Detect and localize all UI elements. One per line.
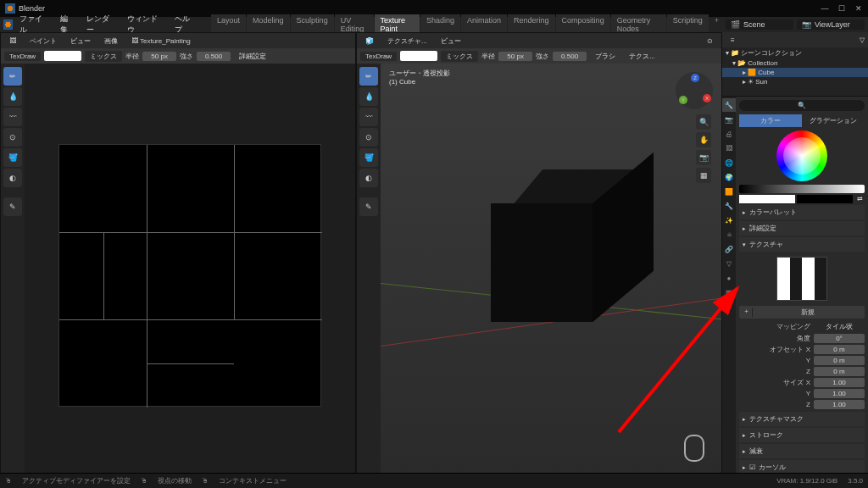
view-perspective-label: ユーザー・透視投影 (389, 69, 450, 78)
3d-view-menu[interactable]: ビュー (436, 35, 466, 47)
props-search[interactable]: 🔍 (739, 100, 865, 111)
ptab-object[interactable]: 🟧 (722, 185, 736, 198)
tool-soften[interactable]: 💧 (3, 87, 22, 106)
status-vram: VRAM: 1.9/12.0 GiB (776, 477, 837, 485)
panel-palette[interactable]: カラーパレット (739, 205, 865, 219)
minimize-button[interactable]: — (821, 4, 829, 13)
blender-icon[interactable] (3, 19, 13, 30)
nav-gizmo[interactable]: X Y Z (676, 72, 713, 109)
sizex-value[interactable]: 1.00 (814, 378, 865, 387)
new-texture-button[interactable]: +新規 (739, 306, 865, 319)
gradient-tab[interactable]: グラデーション (802, 114, 865, 127)
tool3d-clone[interactable]: ⊙ (359, 128, 378, 147)
3d-radius[interactable]: 50 px (498, 52, 532, 61)
ptab-render[interactable]: 📷 (722, 113, 736, 126)
tool3d-annotate[interactable]: ✎ (359, 197, 378, 216)
3d-mode[interactable]: テクスチャ... (382, 36, 432, 47)
outliner-sun[interactable]: ▸ ☀ Sun (722, 77, 868, 86)
tool-annotate[interactable]: ✎ (3, 197, 22, 216)
img-radius[interactable]: 50 px (142, 52, 176, 61)
swap-colors-icon[interactable]: ⇄ (854, 195, 865, 203)
maximize-button[interactable]: ☐ (837, 4, 846, 13)
3d-viewport[interactable]: ユーザー・透視投影 (1) Cube X Y Z 🔍 ✋ 📷 (381, 64, 721, 487)
mapping-value[interactable]: タイル状 (814, 321, 865, 332)
panel-texmask[interactable]: テクスチャマスク (739, 412, 865, 426)
outliner-filter-icon[interactable]: ▽ (860, 36, 865, 44)
move-view-icon[interactable]: ✋ (696, 132, 711, 147)
outliner-cube[interactable]: ▸ 🟧 Cube (722, 68, 868, 77)
offsety-value[interactable]: 0 m (814, 356, 865, 365)
outliner-collection[interactable]: ▾ 📂 Collection (722, 58, 868, 68)
3d-color-swatch[interactable] (400, 51, 437, 61)
color-tab[interactable]: カラー (739, 114, 802, 127)
angle-value[interactable]: 0° (814, 334, 865, 343)
color-wheel[interactable] (776, 130, 827, 181)
3d-tex-menu[interactable]: テクス... (624, 50, 660, 63)
sizey-label: Y (739, 390, 810, 397)
sizey-value[interactable]: 1.00 (814, 389, 865, 398)
status-view: 視点の移動 (158, 476, 192, 485)
tool-smear[interactable]: 〰 (3, 108, 22, 126)
3d-brush-menu[interactable]: ブラシ (590, 50, 620, 63)
ptab-world[interactable]: 🌍 (722, 170, 736, 184)
ptab-tool[interactable]: 🔧 (722, 98, 736, 112)
editor-type-3d[interactable]: 🧊 (360, 36, 379, 46)
img-image-menu[interactable]: 画像 (99, 35, 123, 47)
img-detail[interactable]: 詳細設定 (234, 50, 271, 63)
offsetz-value[interactable]: 0 m (814, 367, 865, 376)
3d-strength[interactable]: 0.500 (553, 52, 587, 61)
tool-clone[interactable]: ⊙ (3, 128, 22, 147)
viewlayer-selector[interactable]: 📷 ViewLayer (797, 19, 865, 30)
sizez-value[interactable]: 1.00 (814, 400, 865, 409)
img-strength[interactable]: 0.500 (197, 52, 231, 61)
ptab-texture[interactable]: ▦ (722, 286, 736, 299)
tool-draw[interactable]: ✏ (3, 67, 22, 86)
img-name-field[interactable]: 🖼 Texture_Painting (126, 36, 196, 46)
camera-view-icon[interactable]: 📷 (696, 150, 711, 165)
tool3d-fill[interactable]: 🪣 (359, 148, 378, 167)
3d-blend[interactable]: ミックス (441, 51, 478, 62)
ptab-data[interactable]: ▽ (722, 257, 736, 270)
mouse-hint-icon (684, 435, 704, 462)
panel-texture[interactable]: テクスチャ (739, 237, 865, 252)
editor-type-outliner[interactable]: ≡ (726, 36, 740, 45)
img-mode[interactable]: ペイント (25, 36, 62, 47)
zoom-icon[interactable]: 🔍 (696, 114, 711, 130)
secondary-color[interactable] (797, 195, 853, 203)
editor-type-image[interactable]: 🖼 (4, 36, 21, 46)
view-object-label: (1) Cube (389, 78, 450, 86)
ptab-physics[interactable]: ⚛ (722, 228, 736, 241)
texture-preview[interactable] (776, 257, 827, 301)
persp-toggle-icon[interactable]: ▦ (696, 168, 711, 183)
img-brush[interactable]: TexDraw (4, 52, 41, 61)
tool3d-mask[interactable]: ◐ (359, 169, 378, 187)
tool3d-draw[interactable]: ✏ (359, 67, 378, 86)
panel-detail[interactable]: 詳細設定 (739, 221, 865, 236)
ptab-particle[interactable]: ✨ (722, 214, 736, 227)
cube-object[interactable] (491, 195, 637, 341)
ptab-output[interactable]: 🖨 (722, 127, 736, 141)
tool-fill[interactable]: 🪣 (3, 148, 22, 167)
ptab-scene[interactable]: 🌐 (722, 156, 736, 169)
img-blend[interactable]: ミックス (85, 51, 122, 62)
tool3d-soften[interactable]: 💧 (359, 87, 378, 106)
img-view-menu[interactable]: ビュー (65, 35, 96, 47)
tool-mask[interactable]: ◐ (3, 169, 22, 187)
3d-shading[interactable]: ⊙ (702, 36, 718, 46)
panel-stroke[interactable]: ストローク (739, 428, 865, 442)
close-button[interactable]: ✕ (854, 4, 863, 13)
panel-falloff[interactable]: 減衰 (739, 444, 865, 458)
tool3d-smear[interactable]: 〰 (359, 108, 378, 126)
ptab-view[interactable]: 🖼 (722, 141, 736, 155)
scene-selector[interactable]: 🎬 Scene (726, 19, 793, 30)
ptab-constraint[interactable]: 🔗 (722, 242, 736, 256)
uv-viewport[interactable] (25, 64, 355, 487)
outliner-scene-collection[interactable]: ▾ 📁 シーンコレクション (722, 47, 868, 58)
primary-color[interactable] (739, 195, 795, 203)
ptab-modifier[interactable]: 🔧 (722, 199, 736, 213)
ptab-material[interactable]: ● (722, 271, 736, 285)
3d-brush[interactable]: TexDraw (360, 52, 397, 61)
offsetx-value[interactable]: 0 m (814, 345, 865, 354)
img-color-swatch[interactable] (44, 51, 81, 61)
value-slider[interactable] (739, 185, 865, 193)
